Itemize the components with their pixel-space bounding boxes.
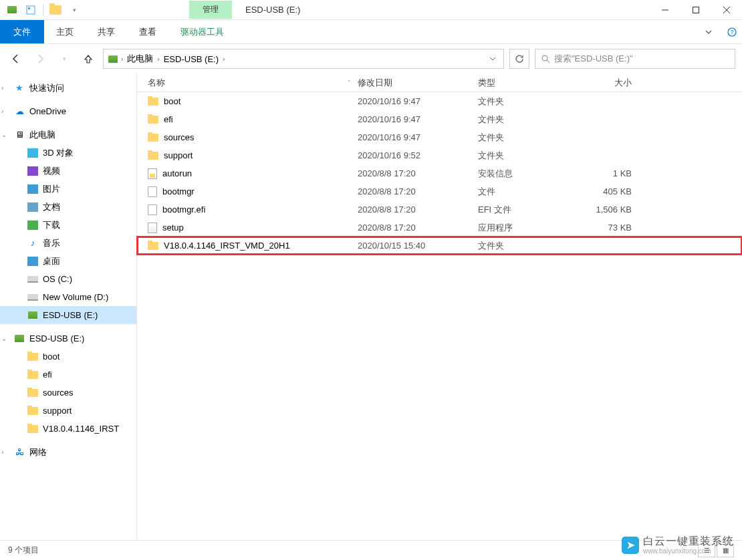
file-date: 2020/8/8 17:20 — [358, 204, 478, 215]
sidebar-item[interactable]: efi — [0, 366, 136, 384]
chevron-right-icon[interactable]: › — [157, 55, 159, 63]
chevron-right-icon[interactable]: › — [121, 55, 123, 63]
file-size: 73 KB — [578, 223, 645, 233]
sidebar-item[interactable]: 文档 — [0, 198, 136, 216]
tab-drive-tools[interactable]: 驱动器工具 — [168, 20, 236, 43]
qat-properties-icon[interactable] — [23, 2, 39, 18]
sidebar-network[interactable]: › 🖧 网络 — [0, 443, 136, 461]
folder-icon — [27, 406, 39, 416]
svg-line-9 — [547, 60, 549, 63]
folder-icon — [148, 98, 158, 106]
file-row[interactable]: boot2020/10/16 9:47文件夹 — [137, 92, 742, 110]
tab-file[interactable]: 文件 — [0, 20, 44, 43]
sidebar-item[interactable]: 3D 对象 — [0, 144, 136, 162]
refresh-button[interactable] — [509, 49, 529, 69]
breadcrumb-this-pc[interactable]: 此电脑 — [124, 53, 156, 65]
sidebar-item[interactable]: support — [0, 402, 136, 420]
file-name: efi — [164, 114, 173, 124]
file-date: 2020/8/8 17:20 — [358, 168, 478, 178]
sidebar-item[interactable]: 图片 — [0, 180, 136, 198]
chevron-down-icon[interactable]: ⌄ — [1, 335, 9, 342]
file-row[interactable]: bootmgr.efi2020/8/8 17:20EFI 文件1,506 KB — [137, 200, 742, 219]
chevron-right-icon[interactable]: › — [1, 84, 9, 92]
sidebar-item-label: 视频 — [43, 165, 60, 177]
chevron-right-icon[interactable]: › — [1, 448, 9, 456]
sidebar-item[interactable]: 视频 — [0, 162, 136, 180]
up-button[interactable] — [79, 49, 98, 68]
file-date: 2020/10/16 9:47 — [358, 132, 478, 142]
sidebar-quick-access[interactable]: › ★ 快速访问 — [0, 79, 136, 97]
sidebar-item[interactable]: 下载 — [0, 216, 136, 234]
file-type: 文件夹 — [478, 114, 578, 126]
file-type: 文件夹 — [478, 132, 578, 144]
help-icon[interactable]: ? — [722, 20, 742, 43]
sidebar-item[interactable]: boot — [0, 347, 136, 366]
dl-icon — [27, 220, 39, 231]
watermark: ➤ 白云一键重装系统 www.baiyunxitong.com — [622, 535, 734, 555]
ribbon-collapse-icon[interactable] — [695, 20, 722, 43]
sidebar-item-label: 音乐 — [43, 237, 60, 249]
app-icon[interactable] — [4, 2, 20, 18]
sidebar-item[interactable]: ESD-USB (E:) — [0, 306, 136, 324]
sidebar-item[interactable]: V18.0.4.1146_IRST — [0, 420, 136, 438]
back-button[interactable] — [7, 49, 25, 68]
item-count: 9 个项目 — [8, 545, 39, 556]
sort-indicator-icon: ˄ — [348, 80, 351, 86]
sidebar-item[interactable]: ♪音乐 — [0, 234, 136, 252]
sidebar-item-label: 下载 — [43, 219, 60, 231]
chevron-down-icon[interactable]: ⌄ — [1, 131, 9, 138]
chevron-right-icon[interactable]: › — [223, 55, 225, 63]
doc-icon — [27, 202, 39, 213]
folder-icon — [148, 134, 158, 142]
qat-new-folder-icon[interactable] — [47, 2, 64, 18]
tab-view[interactable]: 查看 — [127, 20, 168, 43]
sidebar-item[interactable]: 桌面 — [0, 252, 136, 270]
sidebar-onedrive[interactable]: › ☁ OneDrive — [0, 102, 136, 120]
sidebar-item-label: boot — [43, 352, 59, 362]
file-name: support — [164, 150, 193, 160]
sidebar-item[interactable]: OS (C:) — [0, 270, 136, 288]
separator — [43, 4, 43, 16]
file-date: 2020/8/8 17:20 — [358, 186, 478, 196]
file-row[interactable]: efi2020/10/16 9:47文件夹 — [137, 110, 742, 128]
cloud-icon: ☁ — [13, 106, 25, 117]
search-input[interactable]: 搜索"ESD-USB (E:)" — [535, 49, 735, 69]
svg-rect-1 — [28, 7, 30, 9]
breadcrumb-current[interactable]: ESD-USB (E:) — [161, 54, 221, 64]
column-size[interactable]: 大小 — [578, 77, 645, 89]
address-dropdown-icon[interactable] — [485, 54, 501, 64]
close-button[interactable] — [711, 0, 742, 20]
file-row[interactable]: bootmgr2020/8/8 17:20文件405 KB — [137, 182, 742, 200]
minimize-button[interactable] — [650, 0, 681, 20]
tab-share[interactable]: 共享 — [86, 20, 127, 43]
column-date[interactable]: 修改日期 — [358, 77, 478, 89]
maximize-button[interactable] — [681, 0, 711, 20]
contextual-tab-manage[interactable]: 管理 — [189, 1, 232, 19]
sidebar-item[interactable]: sources — [0, 384, 136, 402]
column-name[interactable]: 名称˄ — [137, 77, 358, 89]
svg-text:?: ? — [730, 29, 733, 35]
tab-home[interactable]: 主页 — [44, 20, 86, 43]
column-type[interactable]: 类型 — [478, 77, 578, 89]
app-icon — [148, 223, 157, 233]
chevron-right-icon[interactable]: › — [1, 108, 9, 115]
sidebar-item[interactable]: New Volume (D:) — [0, 288, 136, 306]
file-row[interactable]: V18.0.4.1146_IRST_VMD_20H12020/10/15 15:… — [137, 237, 742, 255]
file-row[interactable]: sources2020/10/16 9:47文件夹 — [137, 128, 742, 146]
sidebar-item-label: OS (C:) — [43, 274, 72, 284]
recent-dropdown-icon[interactable]: ▾ — [55, 49, 74, 68]
sidebar-item-label: efi — [43, 370, 52, 380]
sidebar-this-pc[interactable]: ⌄ 🖥 此电脑 — [0, 126, 136, 144]
file-row[interactable]: autorun2020/8/8 17:20安装信息1 KB — [137, 164, 742, 182]
file-size: 405 KB — [578, 186, 645, 196]
file-row[interactable]: setup2020/8/8 17:20应用程序73 KB — [137, 219, 742, 237]
sidebar-item-label: 图片 — [43, 183, 60, 195]
sidebar-usb-root[interactable]: ⌄ ESD-USB (E:) — [0, 329, 136, 347]
qat-dropdown-icon[interactable]: ▾ — [66, 2, 82, 18]
forward-button[interactable] — [31, 49, 49, 68]
quick-access-toolbar: ▾ — [0, 2, 82, 18]
file-row[interactable]: support2020/10/16 9:52文件夹 — [137, 146, 742, 164]
sidebar-item-label: ESD-USB (E:) — [43, 310, 98, 320]
address-bar[interactable]: › 此电脑 › ESD-USB (E:) › — [103, 49, 504, 69]
drive-icon — [27, 274, 39, 285]
